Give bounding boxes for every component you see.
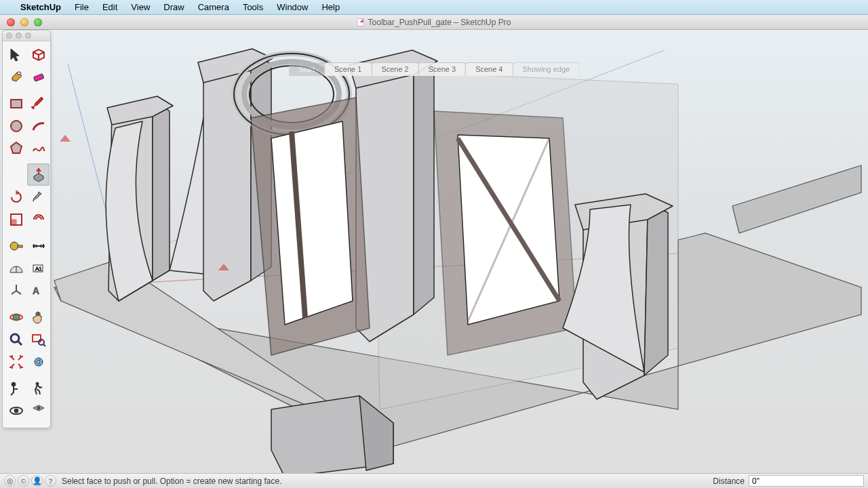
menubar-window[interactable]: Window bbox=[277, 2, 308, 12]
scene-tab-1[interactable]: Scene 1 bbox=[324, 62, 372, 76]
3dtext-tool[interactable]: A bbox=[27, 279, 50, 302]
tape-measure-tool[interactable] bbox=[5, 235, 27, 257]
model-view-svg bbox=[0, 30, 868, 473]
svg-marker-28 bbox=[60, 135, 71, 142]
palette-zoom-icon[interactable] bbox=[25, 33, 31, 39]
scale-tool[interactable] bbox=[5, 208, 27, 230]
polygon-tool[interactable] bbox=[5, 137, 27, 159]
pan-tool[interactable] bbox=[27, 306, 50, 328]
scene-tab-start[interactable]: Start bbox=[289, 62, 325, 76]
walk-tool[interactable] bbox=[27, 377, 50, 399]
rotate-tool[interactable] bbox=[5, 186, 27, 208]
svg-point-33 bbox=[11, 121, 22, 131]
paint-bucket-tool[interactable] bbox=[5, 66, 27, 88]
status-help-icon[interactable]: ? bbox=[45, 475, 56, 487]
svg-marker-34 bbox=[11, 142, 22, 153]
axes-tool[interactable] bbox=[5, 279, 27, 302]
menubar-edit[interactable]: Edit bbox=[102, 2, 117, 12]
close-window-button[interactable] bbox=[7, 18, 15, 26]
svg-marker-1 bbox=[732, 165, 861, 233]
svg-point-49 bbox=[36, 382, 39, 385]
model-viewport[interactable]: Start Scene 1 Scene 2 Scene 3 Scene 4 Sh… bbox=[0, 30, 868, 473]
svg-text:A1: A1 bbox=[35, 266, 42, 272]
zoom-window-tool[interactable] bbox=[27, 328, 50, 350]
followme-tool[interactable] bbox=[27, 186, 50, 208]
text-tool[interactable]: A1 bbox=[27, 257, 50, 279]
freehand-tool[interactable] bbox=[27, 137, 50, 159]
statusbar: ◎ © 👤 ? Select face to push or pull. Opt… bbox=[0, 473, 868, 488]
svg-rect-32 bbox=[11, 100, 22, 108]
svg-point-48 bbox=[12, 382, 16, 386]
tool-palette[interactable]: A1A bbox=[2, 30, 51, 428]
menubar-tools[interactable]: Tools bbox=[243, 2, 263, 12]
window-title: Toolbar_PushPull_gate – SketchUp Pro bbox=[368, 18, 511, 27]
arc-tool[interactable] bbox=[27, 115, 50, 137]
app-menu[interactable]: SketchUp bbox=[20, 2, 61, 12]
make-component-tool[interactable] bbox=[27, 43, 50, 66]
previous-view-tool[interactable] bbox=[27, 350, 50, 373]
position-camera-tool[interactable] bbox=[5, 377, 27, 399]
vcb-input[interactable] bbox=[749, 475, 864, 487]
line-tool[interactable] bbox=[27, 92, 50, 115]
scene-tab-3[interactable]: Scene 3 bbox=[418, 62, 466, 76]
scene-tab-4[interactable]: Scene 4 bbox=[465, 62, 513, 76]
zoom-extents-tool[interactable] bbox=[5, 350, 27, 373]
select-tool[interactable] bbox=[5, 43, 27, 66]
orbit-tool[interactable] bbox=[5, 306, 27, 328]
zoom-tool[interactable] bbox=[5, 328, 27, 350]
menubar-file[interactable]: File bbox=[75, 2, 89, 12]
svg-text:A: A bbox=[33, 285, 39, 296]
traffic-lights bbox=[7, 18, 42, 26]
eraser-tool[interactable] bbox=[27, 66, 50, 88]
look-around-tool[interactable] bbox=[5, 399, 27, 422]
status-geolocate-icon[interactable]: ◎ bbox=[4, 475, 16, 487]
svg-rect-36 bbox=[11, 220, 16, 225]
circle-tool[interactable] bbox=[5, 115, 27, 137]
protractor-tool[interactable] bbox=[5, 257, 27, 279]
rectangle-tool[interactable] bbox=[5, 92, 27, 115]
window-titlebar: Toolbar_PushPull_gate – SketchUp Pro bbox=[0, 15, 868, 30]
status-credits-icon[interactable]: © bbox=[18, 475, 29, 487]
tool-palette-titlebar[interactable] bbox=[3, 30, 50, 41]
dimension-tool[interactable] bbox=[27, 235, 50, 257]
document-icon bbox=[357, 18, 364, 26]
svg-point-51 bbox=[14, 409, 18, 413]
zoom-window-button[interactable] bbox=[34, 18, 42, 26]
svg-point-37 bbox=[10, 242, 18, 250]
scene-tab-showing-edge[interactable]: Showing edge bbox=[513, 62, 580, 76]
svg-marker-17 bbox=[271, 121, 353, 325]
svg-point-30 bbox=[17, 72, 21, 75]
menubar-camera[interactable]: Camera bbox=[198, 2, 229, 12]
minimize-window-button[interactable] bbox=[20, 18, 28, 26]
palette-close-icon[interactable] bbox=[6, 33, 12, 39]
svg-point-44 bbox=[11, 334, 19, 342]
palette-min-icon[interactable] bbox=[16, 33, 22, 39]
offset-tool[interactable] bbox=[27, 208, 50, 230]
section-plane-tool[interactable] bbox=[27, 399, 50, 422]
vcb-label: Distance bbox=[713, 476, 745, 486]
mac-menubar: SketchUp File Edit View Draw Camera Tool… bbox=[0, 0, 868, 15]
status-signin-icon[interactable]: 👤 bbox=[31, 475, 43, 487]
menubar-view[interactable]: View bbox=[131, 2, 150, 12]
svg-rect-31 bbox=[33, 73, 44, 81]
scene-tabs: Start Scene 1 Scene 2 Scene 3 Scene 4 Sh… bbox=[289, 62, 579, 76]
menubar-help[interactable]: Help bbox=[321, 2, 340, 12]
svg-rect-38 bbox=[18, 245, 22, 247]
move-tool[interactable] bbox=[5, 163, 27, 186]
pushpull-tool[interactable] bbox=[27, 163, 50, 186]
status-hint-text: Select face to push or pull. Option = cr… bbox=[62, 476, 713, 486]
menubar-draw[interactable]: Draw bbox=[163, 2, 184, 12]
scene-tab-2[interactable]: Scene 2 bbox=[371, 62, 418, 76]
